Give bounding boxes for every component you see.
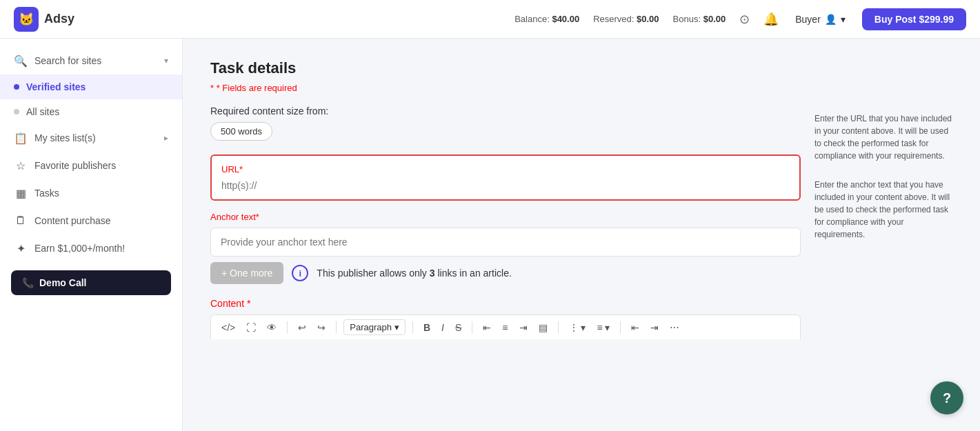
url-label: URL* bbox=[221, 164, 790, 174]
align-right-btn[interactable]: ⇥ bbox=[516, 320, 531, 335]
main-content: Task details * * Fields are required Req… bbox=[183, 39, 980, 431]
dot-icon bbox=[14, 109, 19, 114]
help-button[interactable]: ? bbox=[930, 381, 963, 414]
content-size-pill[interactable]: 500 words bbox=[210, 122, 272, 141]
info-icon[interactable]: i bbox=[292, 265, 308, 281]
side-notes: Enter the URL that you have included in … bbox=[814, 106, 952, 339]
header-right: Balance: $40.00 Reserved: $0.00 Bonus: $… bbox=[514, 8, 966, 30]
italic-btn[interactable]: I bbox=[438, 320, 448, 335]
earn-icon: ✦ bbox=[14, 241, 28, 255]
anchor-field-container bbox=[210, 228, 801, 257]
sidebar-item-verified-sites[interactable]: Verified sites bbox=[0, 74, 182, 99]
align-center-btn[interactable]: ≡ bbox=[499, 320, 511, 335]
sidebar-item-favorite-publishers[interactable]: ☆ Favorite publishers bbox=[0, 152, 182, 179]
chevron-down-icon: ▾ bbox=[841, 14, 846, 25]
anchor-section: Anchor text* bbox=[210, 212, 801, 257]
user-avatar-icon: 👤 bbox=[825, 14, 837, 25]
phone-icon: 📞 bbox=[22, 277, 34, 288]
content-label: Content * bbox=[210, 298, 801, 309]
header-balance: Balance: $40.00 Reserved: $0.00 Bonus: $… bbox=[514, 14, 726, 24]
page-title: Task details bbox=[210, 59, 952, 77]
messages-icon[interactable]: ⊙ bbox=[737, 9, 752, 30]
undo-btn[interactable]: ↩ bbox=[294, 320, 310, 335]
side-note-url: Enter the URL that you have included in … bbox=[814, 112, 952, 162]
editor-toolbar: </> ⛶ 👁 ↩ ↪ Paragraph ▾ B I bbox=[210, 314, 801, 339]
toolbar-separator bbox=[558, 321, 559, 334]
url-field-container: URL* bbox=[210, 154, 801, 201]
list-icon: 📋 bbox=[14, 131, 28, 145]
redo-btn[interactable]: ↪ bbox=[314, 320, 329, 335]
logo-text: Adsy bbox=[44, 12, 74, 26]
app-header: 🐱 Adsy Balance: $40.00 Reserved: $0.00 B… bbox=[0, 0, 980, 39]
sidebar-item-earn[interactable]: ✦ Earn $1,000+/month! bbox=[0, 234, 182, 262]
content-purchase-icon: 🗒 bbox=[14, 214, 28, 228]
app-logo: 🐱 Adsy bbox=[14, 7, 74, 32]
sidebar-item-label: Search for sites bbox=[34, 55, 101, 66]
search-icon: 🔍 bbox=[14, 54, 28, 68]
user-menu-button[interactable]: Buyer 👤 ▾ bbox=[790, 11, 851, 28]
align-left-btn[interactable]: ⇤ bbox=[479, 320, 494, 335]
logo-icon: 🐱 bbox=[14, 7, 39, 32]
app-layout: 🔍 Search for sites ▾ Verified sites All … bbox=[0, 39, 980, 431]
demo-call-label: Demo Call bbox=[39, 277, 86, 288]
sidebar-item-label: Verified sites bbox=[26, 81, 86, 92]
bonus-label: Bonus: $0.00 bbox=[673, 14, 726, 24]
sidebar-item-content-purchase[interactable]: 🗒 Content purchase bbox=[0, 207, 182, 234]
sidebar-item-tasks[interactable]: ▦ Tasks bbox=[0, 179, 182, 207]
paragraph-select[interactable]: Paragraph ▾ bbox=[343, 319, 406, 335]
sidebar-item-search-for-sites[interactable]: 🔍 Search for sites ▾ bbox=[0, 47, 182, 74]
one-more-button[interactable]: + One more bbox=[210, 262, 283, 284]
sidebar: 🔍 Search for sites ▾ Verified sites All … bbox=[0, 39, 183, 431]
code-view-btn[interactable]: </> bbox=[218, 320, 239, 335]
publisher-links-info: This publisher allows only 3 links in an… bbox=[317, 268, 512, 279]
notifications-icon[interactable]: 🔔 bbox=[761, 9, 781, 30]
bold-btn[interactable]: B bbox=[420, 320, 434, 335]
toolbar-separator bbox=[412, 321, 413, 334]
toolbar-separator bbox=[472, 321, 472, 334]
ordered-list-btn[interactable]: ≡ ▾ bbox=[593, 320, 613, 335]
toolbar-separator bbox=[287, 321, 288, 334]
content-section: Content * </> ⛶ 👁 ↩ ↪ Paragraph ▾ bbox=[210, 298, 801, 339]
anchor-label: Anchor text* bbox=[210, 212, 801, 222]
buy-post-button[interactable]: Buy Post $299.99 bbox=[862, 8, 966, 30]
chevron-right-icon: ▸ bbox=[164, 133, 168, 143]
fullscreen-btn[interactable]: ⛶ bbox=[243, 320, 259, 335]
more-btn[interactable]: ⋯ bbox=[666, 320, 683, 335]
align-justify-btn[interactable]: ▤ bbox=[535, 320, 551, 335]
content-size-section: Required content size from: 500 words bbox=[210, 106, 801, 141]
chevron-down-icon: ▾ bbox=[394, 322, 399, 332]
required-note: * * Fields are required bbox=[210, 83, 952, 93]
toolbar-separator bbox=[336, 321, 337, 334]
demo-call-button[interactable]: 📞 Demo Call bbox=[11, 270, 171, 295]
anchor-input[interactable] bbox=[221, 237, 790, 248]
sidebar-item-label: All sites bbox=[26, 106, 59, 117]
unordered-list-btn[interactable]: ⋮ ▾ bbox=[566, 320, 590, 335]
sidebar-item-label: Favorite publishers bbox=[34, 160, 116, 171]
strikethrough-btn[interactable]: S bbox=[452, 320, 465, 335]
toolbar-separator bbox=[620, 321, 621, 334]
tasks-icon: ▦ bbox=[14, 186, 28, 200]
sidebar-item-label: Tasks bbox=[34, 188, 59, 199]
active-dot bbox=[14, 84, 19, 90]
balance-label: Balance: $40.00 bbox=[514, 14, 579, 24]
header-icons: ⊙ 🔔 Buyer 👤 ▾ bbox=[737, 9, 851, 30]
sidebar-item-all-sites[interactable]: All sites bbox=[0, 99, 182, 124]
side-note-anchor: Enter the anchor text that you have incl… bbox=[814, 179, 952, 241]
sidebar-item-label: Content purchase bbox=[34, 215, 111, 226]
reserved-label: Reserved: $0.00 bbox=[593, 14, 659, 24]
content-size-label: Required content size from: bbox=[210, 106, 801, 117]
form-area: Required content size from: 500 words UR… bbox=[210, 106, 801, 339]
user-label: Buyer bbox=[795, 14, 821, 25]
sidebar-item-label: Earn $1,000+/month! bbox=[34, 243, 125, 254]
url-input[interactable] bbox=[221, 180, 790, 191]
star-icon: ☆ bbox=[14, 159, 28, 172]
action-row: + One more i This publisher allows only … bbox=[210, 262, 801, 284]
form-wrapper: Required content size from: 500 words UR… bbox=[210, 106, 952, 339]
sidebar-item-my-sites-list[interactable]: 📋 My sites list(s) ▸ bbox=[0, 124, 182, 152]
outdent-btn[interactable]: ⇤ bbox=[628, 320, 643, 335]
chevron-right-icon: ▾ bbox=[164, 56, 168, 66]
sidebar-item-label: My sites list(s) bbox=[34, 132, 96, 143]
preview-btn[interactable]: 👁 bbox=[263, 320, 280, 335]
indent-btn[interactable]: ⇥ bbox=[647, 320, 662, 335]
